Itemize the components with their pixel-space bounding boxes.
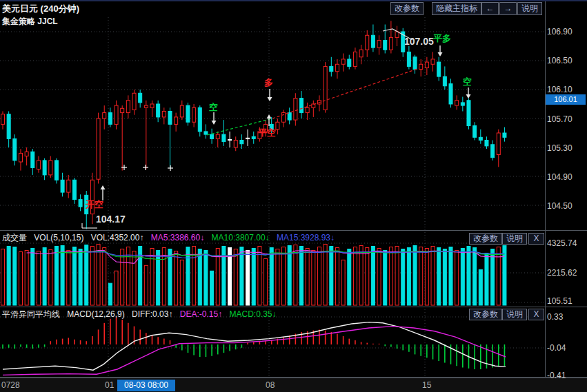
volume-bar [282, 247, 286, 305]
candle [479, 130, 482, 144]
down-arrow-icon [466, 94, 471, 99]
candle [341, 54, 345, 72]
volume-bar [461, 248, 464, 305]
candle [67, 175, 70, 198]
volume-bar [103, 247, 106, 305]
volume-axis-label: 2215.62 [547, 268, 577, 278]
candle [144, 101, 148, 169]
candle [288, 107, 291, 124]
candle [377, 35, 381, 54]
volume-bar [377, 248, 381, 305]
volume-current-value: VOL:4352.00↑ [91, 233, 144, 243]
candle [395, 26, 399, 46]
volume-edit-params-button[interactable]: 改参数 [469, 233, 502, 245]
candle [503, 127, 506, 142]
volume-bar [1, 249, 5, 305]
candle [371, 25, 375, 52]
candlestick-layer [1, 21, 506, 229]
macd-close-button[interactable]: X [528, 309, 544, 320]
volume-bar [366, 247, 369, 305]
candle [234, 136, 237, 151]
volume-bar [485, 253, 488, 305]
volume-bar [258, 247, 261, 305]
candle [79, 194, 82, 211]
candle [228, 132, 232, 147]
macd-pane-header: 平滑异同平均线 MACD(12,26,9) DIFF:0.03↑ DEA:-0.… [2, 309, 281, 320]
next-arrow-button[interactable]: → [499, 2, 517, 15]
volume-bar [54, 247, 58, 305]
volume-bar [67, 250, 70, 305]
volume-bar [175, 251, 178, 305]
hide-main-indicator-button[interactable]: 隐藏主指标 [432, 2, 481, 15]
candle [198, 105, 201, 136]
macd-edit-params-button[interactable]: 改参数 [469, 309, 502, 320]
volume-ma10-value: MA10:3807.00↓ [212, 233, 270, 243]
price-axis-line [545, 1, 546, 377]
price-axis-label: 106.10 [547, 85, 573, 94]
macd-indicator-params: MACD(12,26,9) [67, 309, 124, 319]
volume-bar [389, 247, 392, 305]
price-axis-label: 106.50 [547, 56, 573, 65]
chart-annotation: 平空 [258, 127, 276, 139]
macd-indicator-name: 平滑异同平均线 [2, 309, 60, 319]
volume-bar [270, 247, 273, 305]
volume-bar [467, 247, 470, 305]
grid-lines [0, 17, 545, 377]
volume-pane-header: 成交量 VOL(5,10,15) VOL:4352.00↑ MA5:3386.6… [2, 232, 339, 244]
candle [330, 57, 333, 76]
volume-bar [37, 251, 40, 305]
candle [108, 107, 112, 127]
chart-annotation: 开空 [86, 198, 103, 211]
candle [276, 118, 279, 134]
candle [150, 101, 154, 117]
volume-bar [79, 249, 82, 305]
help-button[interactable]: 说明 [517, 2, 542, 15]
volume-ma15-value: MA15:3928.93↓ [277, 233, 335, 243]
volume-help-button[interactable]: 说明 [502, 233, 527, 245]
chart-annotation: 多 [264, 76, 273, 89]
candle [204, 124, 208, 138]
volume-bar [443, 249, 446, 305]
volume-bar [306, 248, 309, 305]
volume-bar [31, 248, 34, 305]
macd-axis-label: 0.33 [547, 312, 563, 322]
volume-bar [288, 246, 291, 305]
volume-bar [234, 249, 237, 305]
volume-bar [348, 249, 351, 305]
volume-close-button[interactable]: X [528, 233, 544, 245]
volume-bar [335, 247, 339, 305]
prev-arrow-button[interactable]: ← [481, 2, 499, 15]
volume-bar [371, 247, 375, 305]
volume-bar [419, 247, 423, 305]
candle [13, 134, 17, 165]
candle [419, 59, 423, 76]
candle [186, 103, 190, 126]
volume-bar [437, 247, 441, 305]
volume-bar [384, 250, 387, 305]
candle [162, 107, 166, 124]
candle [413, 55, 417, 74]
candle [216, 132, 219, 147]
down-arrow-icon [268, 97, 272, 101]
price-axis-label: 105.70 [547, 114, 573, 124]
volume-indicator-params: VOL(5,10,15) [34, 233, 83, 243]
macd-diff-value: DIFF:0.03↑ [132, 309, 172, 319]
separator-volume-macd [0, 307, 587, 307]
volume-bar [108, 283, 112, 305]
candle [353, 48, 357, 70]
candle [300, 91, 304, 118]
chart-annotation: 空 [209, 101, 218, 114]
edit-params-button[interactable]: 改参数 [390, 2, 424, 15]
candle [467, 99, 470, 130]
price-axis-label: 104.50 [547, 201, 573, 211]
volume-bar [7, 247, 10, 305]
volume-bar [491, 249, 495, 305]
macd-help-button[interactable]: 说明 [502, 309, 527, 320]
candle [324, 62, 327, 113]
candle [126, 95, 130, 118]
down-arrow-icon [438, 52, 443, 56]
volume-bar [49, 249, 52, 305]
volume-bar [324, 245, 327, 305]
volume-bar [210, 271, 214, 305]
volume-bar [19, 251, 22, 305]
